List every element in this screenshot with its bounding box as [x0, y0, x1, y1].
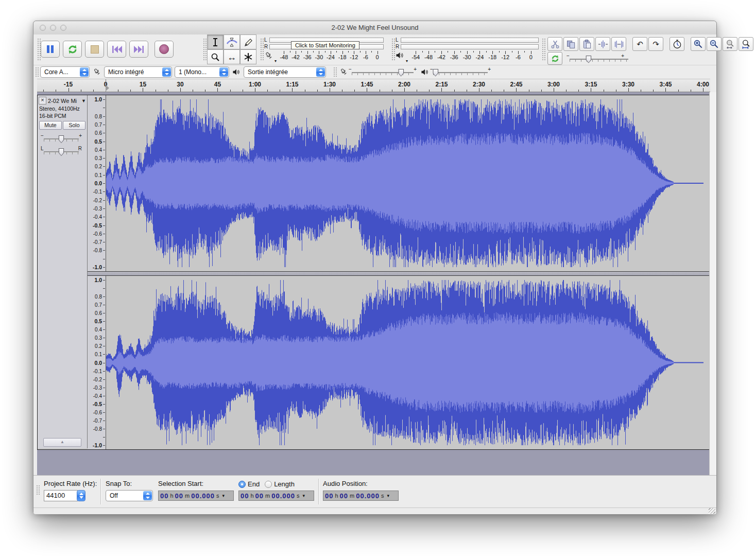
recording-device-dropdown[interactable]: Micro intégré [104, 66, 172, 78]
track-menu-icon[interactable]: ▼ [81, 98, 86, 103]
redo-button[interactable]: ↷ [648, 37, 663, 51]
mixer-grabber[interactable] [333, 67, 337, 77]
fit-selection-button[interactable] [723, 37, 737, 51]
ruler-label: 30 [177, 81, 183, 88]
time-digits[interactable]: 00 [241, 492, 249, 500]
time-digits[interactable]: 00 [325, 492, 333, 500]
gain-slider-thumb[interactable] [59, 135, 64, 143]
silence-button[interactable] [611, 37, 626, 51]
output-volume-thumb[interactable] [433, 69, 438, 77]
time-digits[interactable]: 00 [255, 492, 264, 500]
vruler-tick [103, 404, 105, 405]
tools-grabber[interactable] [203, 38, 207, 61]
time-digits[interactable]: 00.000 [356, 492, 380, 500]
gain-slider[interactable]: − + [41, 133, 82, 144]
copy-button[interactable] [563, 37, 578, 51]
track-close-button[interactable]: × [39, 97, 46, 104]
waveform-left-channel[interactable] [106, 95, 710, 271]
pan-slider-thumb[interactable] [59, 148, 64, 156]
zoom-out-button[interactable] [707, 37, 722, 51]
time-digits[interactable]: 00 [160, 492, 168, 500]
waveform-right-channel[interactable] [106, 276, 710, 449]
zoom-out-icon [709, 39, 719, 49]
input-volume-thumb[interactable] [398, 69, 404, 77]
ruler-minor-tick [230, 90, 231, 92]
skip-to-start-button[interactable] [107, 41, 126, 58]
track-collapse-button[interactable]: ▲ [43, 438, 81, 447]
vertical-scrollbar[interactable] [709, 92, 716, 487]
transport-grabber[interactable] [37, 38, 41, 61]
skip-to-end-button[interactable] [129, 41, 148, 58]
fit-project-icon [741, 39, 751, 49]
pan-slider[interactable]: L R [41, 146, 82, 157]
sync-lock-button[interactable] [670, 37, 684, 51]
undo-button[interactable]: ↶ [632, 37, 647, 51]
mute-button[interactable]: Mute [39, 121, 62, 130]
recording-channels-dropdown[interactable]: 1 (Mono... [175, 66, 229, 78]
draw-tool[interactable] [240, 34, 256, 49]
speed-slider-thumb[interactable] [586, 56, 591, 63]
audio-host-dropdown[interactable]: Core A... [40, 66, 90, 78]
record-meter-grabber[interactable] [260, 38, 264, 61]
time-unit-label: m [264, 493, 271, 499]
time-digits[interactable]: 00 [175, 492, 183, 500]
pause-button[interactable] [41, 41, 60, 58]
solo-button[interactable]: Solo [63, 121, 85, 130]
playback-device-dropdown[interactable]: Sortie intégrée [244, 66, 326, 78]
record-button[interactable] [155, 41, 174, 58]
title-bar[interactable]: 2-02 We Might Feel Unsound [33, 21, 716, 35]
time-digits[interactable]: 00 [340, 492, 348, 500]
stop-button[interactable] [85, 41, 104, 58]
fit-project-button[interactable] [739, 37, 753, 51]
time-shift-tool[interactable]: ↔ [224, 49, 240, 64]
time-format-dropdown-icon[interactable]: ▾ [303, 493, 305, 498]
vruler-label: -0.4 [93, 393, 102, 398]
trim-button[interactable] [595, 37, 610, 51]
selection-start-field[interactable]: 00h00m00.000s▾ [158, 491, 234, 501]
recording-meter[interactable]: L R Click to Start Monitoring [264, 37, 384, 64]
selection-end-field[interactable]: 00h00m00.000s▾ [238, 491, 314, 501]
play-at-speed-button[interactable] [547, 52, 562, 65]
play-button[interactable] [63, 41, 82, 58]
time-format-dropdown-icon[interactable]: ▾ [387, 493, 390, 498]
end-radio[interactable] [238, 481, 246, 488]
project-rate-input[interactable]: 44100 [44, 490, 78, 501]
paste-button[interactable] [579, 37, 594, 51]
vertical-ruler-right[interactable]: 1.00.80.70.60.50.40.30.20.10.0-0.1-0.2-0… [88, 276, 106, 449]
transport-toolbar [41, 41, 174, 58]
playback-meter[interactable]: L R ▾ -54-48-42-36-30-24-18-12-60 [396, 37, 539, 64]
playback-speed-slider[interactable]: − + [567, 53, 631, 64]
play-meter-grabber[interactable] [391, 38, 395, 61]
multi-tool[interactable] [240, 49, 256, 64]
monitoring-tooltip[interactable]: Click to Start Monitoring [291, 41, 359, 49]
ruler-major-tick [180, 88, 181, 92]
rate-stepper[interactable] [77, 490, 85, 501]
trim-icon [598, 39, 608, 49]
vruler-label: -0.1 [93, 368, 102, 374]
output-volume-slider[interactable]: − + [430, 66, 491, 78]
timeline-ruler[interactable]: -1501530451:001:151:301:452:002:152:302:… [37, 79, 710, 92]
device-grabber[interactable] [35, 67, 39, 77]
resize-grip[interactable] [709, 508, 715, 514]
record-meter-mic[interactable]: ▾ [264, 51, 276, 62]
input-volume-slider[interactable]: − + [349, 66, 417, 78]
time-format-dropdown-icon[interactable]: ▾ [222, 493, 225, 498]
track-title[interactable]: 2-02 We Mi [48, 98, 80, 104]
ruler-minor-tick [566, 90, 567, 92]
selection-tool[interactable] [207, 34, 224, 49]
audio-position-field[interactable]: 00h00m00.000s▾ [323, 491, 399, 501]
zoom-in-button[interactable] [691, 37, 706, 51]
time-digits[interactable]: 00.000 [191, 492, 215, 500]
snap-to-dropdown[interactable]: Off [106, 490, 153, 501]
zoom-tool[interactable] [207, 49, 224, 64]
play-meter-speaker[interactable]: ▾ [396, 51, 407, 62]
vertical-ruler-left[interactable]: 1.00.80.70.60.50.40.30.20.10.0-0.1-0.2-0… [88, 95, 106, 271]
selection-grabber[interactable] [36, 485, 40, 495]
length-radio[interactable] [265, 481, 272, 488]
cut-button[interactable] [547, 37, 562, 51]
time-digits[interactable]: 00.000 [271, 492, 295, 500]
envelope-tool[interactable] [224, 34, 240, 49]
ruler-label: 3:45 [659, 81, 672, 88]
ruler-label: 1:00 [249, 81, 261, 88]
vruler-label: -0.7 [93, 417, 102, 423]
